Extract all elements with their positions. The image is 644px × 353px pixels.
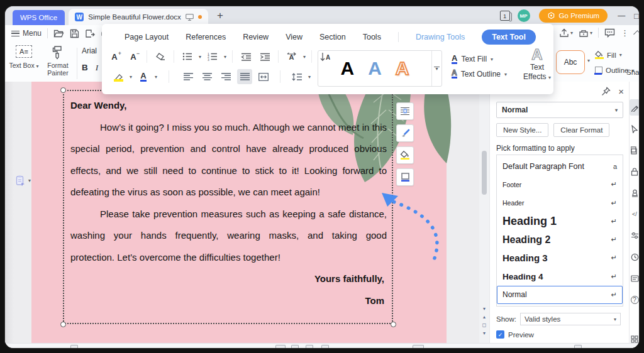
tab-drawing-tools[interactable]: Drawing Tools bbox=[416, 33, 465, 41]
pin-panel-icon[interactable] bbox=[601, 87, 611, 96]
font-color-button[interactable]: A bbox=[136, 69, 151, 84]
fill-color-button[interactable] bbox=[396, 146, 414, 164]
select-cursor-icon[interactable] bbox=[630, 121, 639, 137]
line-spacing-button[interactable] bbox=[289, 69, 304, 84]
outline-color-button[interactable] bbox=[396, 168, 414, 186]
bullet-list-button[interactable] bbox=[180, 49, 195, 64]
present-monitor-icon[interactable] bbox=[186, 14, 194, 21]
shape-effects-button[interactable]: Shape bbox=[626, 68, 639, 76]
style-item-heading-3[interactable]: Heading 3↵ bbox=[497, 249, 623, 267]
shape-style-preview[interactable]: Abc bbox=[556, 50, 585, 74]
letter-line: defeating the virus as soon as possible,… bbox=[70, 182, 387, 204]
export-pdf-icon[interactable] bbox=[85, 29, 95, 38]
comment-icon[interactable] bbox=[604, 28, 615, 38]
history-clock-icon[interactable] bbox=[630, 249, 639, 265]
wordart-preset-black[interactable]: A bbox=[340, 59, 354, 78]
save-icon[interactable] bbox=[70, 29, 79, 38]
style-item-default-paragraph-font[interactable]: Default Paragraph Fonta bbox=[497, 157, 623, 175]
tab-view[interactable]: View bbox=[286, 33, 303, 41]
edit-pencil-icon[interactable] bbox=[630, 99, 639, 116]
scrollbar-thumb[interactable] bbox=[482, 151, 487, 195]
layout-options-button[interactable] bbox=[396, 102, 414, 120]
wordart-preset-blue[interactable]: A bbox=[368, 59, 382, 78]
help-icon[interactable]: ? bbox=[630, 291, 639, 308]
settings-sliders-icon[interactable] bbox=[630, 227, 639, 244]
tab-section[interactable]: Section bbox=[319, 33, 346, 41]
style-item-header[interactable]: Header↵ bbox=[497, 194, 623, 212]
style-brush-button[interactable] bbox=[396, 124, 414, 142]
style-item-heading-1[interactable]: Heading 1↵ bbox=[497, 212, 623, 231]
status-icon-stub[interactable] bbox=[574, 345, 582, 348]
resize-handle-bottom-left[interactable] bbox=[60, 322, 66, 327]
pickup-box-button[interactable]: ▾ bbox=[579, 28, 592, 38]
highlight-color-button[interactable] bbox=[111, 69, 126, 84]
wordart-gallery-more-button[interactable]: ▾ bbox=[431, 51, 441, 86]
align-right-button[interactable] bbox=[218, 69, 233, 84]
style-item-heading-2[interactable]: Heading 2↵ bbox=[497, 231, 623, 249]
increase-font-button[interactable]: A+ bbox=[107, 49, 122, 64]
code-icon[interactable]: </ bbox=[630, 206, 639, 222]
decrease-font-button[interactable]: A− bbox=[126, 49, 141, 64]
share-button[interactable]: ▾ bbox=[559, 28, 573, 38]
shape-fill-button[interactable]: Fill▾ bbox=[595, 51, 622, 59]
stamp-icon[interactable] bbox=[630, 185, 639, 201]
distribute-button[interactable] bbox=[256, 69, 271, 84]
collapse-ribbon-icon[interactable] bbox=[633, 30, 639, 38]
status-icon-stub[interactable] bbox=[321, 345, 329, 348]
letter-text[interactable]: Dear Wendy, How’s it going? I miss you s… bbox=[64, 91, 392, 312]
new-style-button[interactable]: New Style... bbox=[496, 123, 548, 137]
user-avatar[interactable]: MP bbox=[518, 9, 530, 22]
shape-style-more-icon[interactable]: ▾ bbox=[587, 58, 590, 63]
preview-checkbox[interactable]: ✓ bbox=[496, 330, 504, 339]
letter-closing: Yours faithfully, bbox=[70, 268, 387, 290]
clear-format-button[interactable]: Clear Format bbox=[553, 123, 609, 137]
status-icon-stub[interactable] bbox=[306, 345, 313, 348]
current-style-dropdown[interactable]: Normal ▾ bbox=[496, 102, 623, 118]
tab-text-tool[interactable]: Text Tool bbox=[482, 30, 536, 45]
text-outline-button[interactable]: A Text Outline ▾ bbox=[452, 67, 507, 82]
tab-review[interactable]: Review bbox=[243, 33, 269, 41]
status-icon-stub[interactable] bbox=[413, 345, 424, 348]
clear-format-eraser-button[interactable] bbox=[153, 49, 168, 64]
numbered-list-button[interactable]: 123 bbox=[205, 49, 220, 64]
tab-tools[interactable]: Tools bbox=[363, 33, 381, 41]
text-direction-button[interactable]: A bbox=[284, 49, 299, 64]
styles-panel: × Normal ▾ New Style... Clear Format Pic… bbox=[489, 82, 629, 348]
more-options-icon[interactable]: ⋮ bbox=[621, 28, 629, 38]
tab-references[interactable]: References bbox=[186, 33, 226, 41]
copy-pages-icon[interactable] bbox=[630, 142, 639, 158]
increase-indent-button[interactable] bbox=[257, 49, 272, 64]
go-premium-button[interactable]: Go Premium bbox=[539, 9, 608, 23]
text-effects-button[interactable]: A Text Effects ▾ bbox=[522, 46, 552, 82]
wps-office-button[interactable]: WPS Office bbox=[13, 10, 65, 25]
open-file-icon[interactable] bbox=[53, 29, 64, 38]
resize-handle-top-left[interactable] bbox=[60, 87, 66, 93]
new-tab-button[interactable]: + bbox=[217, 9, 223, 22]
status-icon-stub[interactable] bbox=[275, 345, 286, 348]
menu-button[interactable]: Menu bbox=[11, 29, 42, 38]
resize-handle-bottom-right[interactable] bbox=[391, 322, 396, 327]
align-left-button[interactable] bbox=[180, 69, 196, 84]
decrease-indent-button[interactable] bbox=[238, 49, 253, 64]
maximize-button[interactable]: □ bbox=[634, 11, 639, 21]
style-item-footer[interactable]: Footer↵ bbox=[497, 175, 623, 193]
browse-object-buttons[interactable]: ▾▴◻▾ bbox=[479, 305, 489, 337]
paste-options-button[interactable]: ▾ bbox=[15, 175, 31, 186]
wordart-preset-orange[interactable]: A bbox=[396, 59, 409, 78]
lock-icon[interactable] bbox=[630, 163, 639, 180]
style-item-heading-4[interactable]: Heading 4↵ bbox=[497, 268, 623, 286]
dashed-arrow-shape[interactable] bbox=[379, 192, 442, 264]
page-count-badge[interactable]: 1 bbox=[500, 11, 510, 21]
status-icon-stub[interactable] bbox=[291, 345, 299, 348]
align-center-button[interactable] bbox=[199, 69, 214, 84]
minimize-button[interactable]: — bbox=[618, 11, 625, 20]
status-icon-stub[interactable] bbox=[70, 345, 78, 348]
tab-page-layout[interactable]: Page Layout bbox=[125, 33, 169, 41]
card-panel-icon[interactable] bbox=[630, 270, 639, 286]
document-tab[interactable]: W Simple Beautiful Flower.docx bbox=[69, 9, 208, 25]
show-styles-dropdown[interactable]: Valid styles▾ bbox=[520, 313, 621, 325]
close-panel-icon[interactable]: × bbox=[618, 88, 624, 95]
style-item-normal[interactable]: Normal↵ bbox=[497, 286, 623, 304]
justify-button[interactable] bbox=[237, 69, 252, 84]
text-fill-button[interactable]: A Text Fill ▾ bbox=[452, 52, 507, 67]
